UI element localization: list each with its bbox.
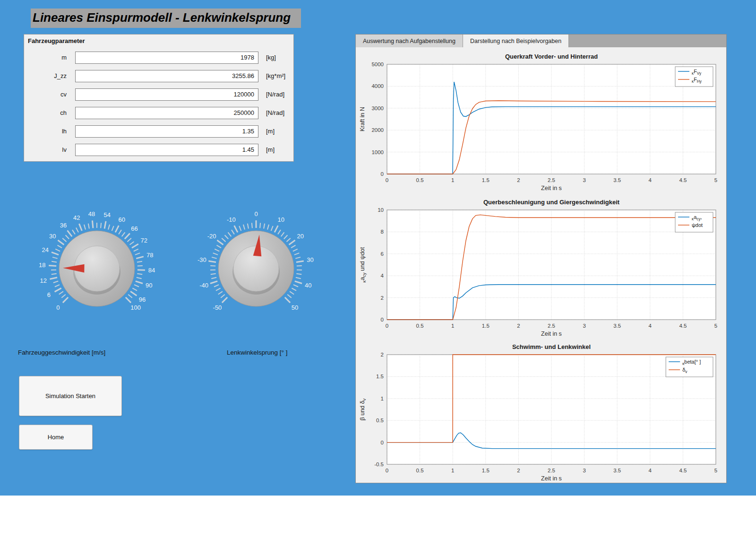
x-axis-label: Zeit in s <box>541 185 562 191</box>
param-label-lh: lh <box>24 128 75 135</box>
svg-text:54: 54 <box>104 211 111 218</box>
app-window: Lineares Einspurmodell - Lenkwinkelsprun… <box>0 0 756 557</box>
svg-text:3.5: 3.5 <box>613 323 621 329</box>
svg-text:2: 2 <box>381 352 384 357</box>
svg-text:0: 0 <box>56 304 60 311</box>
svg-text:60: 60 <box>118 216 125 223</box>
svg-text:0.5: 0.5 <box>416 177 424 183</box>
svg-text:2: 2 <box>517 468 520 473</box>
chart-slip-steer-angle: 00.511.522.533.544.55-0.500.511.52Schwim… <box>358 341 725 483</box>
tab-auswertung[interactable]: Auswertung nach Aufgabenstellung <box>356 35 463 47</box>
svg-text:-20: -20 <box>207 233 216 240</box>
charts-panel: 00.511.522.533.544.550100020003000400050… <box>355 47 727 483</box>
svg-text:2000: 2000 <box>371 127 384 133</box>
svg-text:66: 66 <box>131 225 137 232</box>
param-input-cv[interactable] <box>75 88 258 101</box>
param-unit-lv: [m] <box>258 146 275 153</box>
svg-text:3: 3 <box>583 323 585 329</box>
chart-legend: κacy,ψdot <box>675 212 713 232</box>
svg-text:5: 5 <box>714 468 717 473</box>
svg-text:4.5: 4.5 <box>679 323 687 329</box>
svg-text:0: 0 <box>254 210 258 218</box>
home-button[interactable]: Home <box>19 425 93 450</box>
param-input-lh[interactable] <box>75 125 258 138</box>
svg-text:ψdot: ψdot <box>692 222 703 228</box>
param-row-lv: lv [m] <box>24 140 293 159</box>
chart-title: Schwimm- und Lenkwinkel <box>512 343 591 350</box>
svg-text:4.5: 4.5 <box>679 468 687 473</box>
svg-text:-30: -30 <box>198 256 206 263</box>
svg-text:10: 10 <box>277 216 284 223</box>
svg-text:3000: 3000 <box>371 105 384 111</box>
param-row-ch: ch [N/rad] <box>24 104 293 122</box>
param-input-m[interactable] <box>75 52 258 64</box>
svg-text:0: 0 <box>386 177 388 183</box>
svg-text:72: 72 <box>141 237 147 244</box>
param-unit-m: [kg] <box>258 54 276 61</box>
y-axis-label: β und δv <box>359 398 367 420</box>
svg-text:96: 96 <box>139 296 146 303</box>
tab-darstellung[interactable]: Darstellung nach Beispielvorgaben <box>463 35 569 47</box>
svg-text:0.5: 0.5 <box>416 323 424 329</box>
svg-text:4: 4 <box>649 323 652 329</box>
svg-text:4: 4 <box>649 177 652 183</box>
svg-text:0: 0 <box>386 323 388 329</box>
svg-text:5: 5 <box>714 177 717 183</box>
param-row-m: m [kg] <box>24 48 293 67</box>
simulation-start-button[interactable]: Simulation Starten <box>19 376 122 416</box>
svg-text:1.5: 1.5 <box>482 323 490 329</box>
svg-text:2: 2 <box>517 323 520 329</box>
chart-title: Querbeschleunigung und Giergeschwindigke… <box>483 199 620 206</box>
svg-text:36: 36 <box>60 222 67 229</box>
svg-text:6: 6 <box>47 291 51 298</box>
param-label-lv: lv <box>24 146 75 153</box>
svg-text:-0.5: -0.5 <box>374 461 384 467</box>
svg-text:2.5: 2.5 <box>548 177 555 183</box>
svg-text:18: 18 <box>39 261 45 269</box>
app-title: Lineares Einspurmodell - Lenkwinkelsprun… <box>31 9 301 28</box>
svg-text:0: 0 <box>381 171 384 177</box>
param-unit-ch: [N/rad] <box>258 109 284 116</box>
vehicle-speed-knob[interactable]: 06121824303642485460667278849096100 <box>26 198 168 339</box>
bottom-strip <box>0 496 756 557</box>
param-label-jzz: J_zz <box>24 72 75 79</box>
svg-text:1.5: 1.5 <box>482 177 490 183</box>
param-label-cv: cv <box>24 91 75 98</box>
svg-text:30: 30 <box>49 233 56 240</box>
svg-text:0: 0 <box>381 440 384 445</box>
svg-text:5: 5 <box>714 323 717 329</box>
steering-step-knob[interactable]: -50-40-30-20-1001020304050 <box>185 198 327 339</box>
param-input-jzz[interactable] <box>75 70 258 82</box>
param-unit-lh: [m] <box>258 128 275 135</box>
svg-text:3: 3 <box>583 177 585 183</box>
param-unit-jzz: [kg*m²] <box>258 72 285 79</box>
svg-text:1.5: 1.5 <box>482 468 490 473</box>
tab-bar: Auswertung nach Aufgabenstellung Darstel… <box>355 34 727 47</box>
svg-text:100: 100 <box>130 304 141 311</box>
svg-text:2: 2 <box>517 177 520 183</box>
svg-text:48: 48 <box>88 210 95 218</box>
svg-text:3.5: 3.5 <box>613 468 621 473</box>
svg-text:12: 12 <box>40 277 47 284</box>
svg-text:0: 0 <box>386 468 388 473</box>
svg-text:-50: -50 <box>213 304 222 311</box>
y-axis-label: κacy und ψdot <box>359 247 367 283</box>
svg-text:40: 40 <box>305 282 311 289</box>
svg-text:5000: 5000 <box>371 61 384 67</box>
param-input-lv[interactable] <box>75 144 258 156</box>
svg-text:84: 84 <box>148 267 155 274</box>
svg-text:4.5: 4.5 <box>679 177 687 183</box>
param-unit-cv: [N/rad] <box>258 91 284 98</box>
svg-text:-40: -40 <box>199 282 208 289</box>
param-input-ch[interactable] <box>75 107 258 119</box>
chart-legend: κFVyκFHy <box>675 67 713 87</box>
svg-text:1: 1 <box>451 177 454 183</box>
svg-text:0.5: 0.5 <box>416 468 424 473</box>
svg-text:0: 0 <box>381 317 384 322</box>
svg-text:4: 4 <box>649 468 652 473</box>
param-row-lh: lh [m] <box>24 122 293 140</box>
vehicle-parameters-panel: Fahrzeugparameter m [kg] J_zz [kg*m²] cv… <box>24 34 294 162</box>
steering-step-knob-label: Lenkwinkelsprung [° ] <box>227 349 287 356</box>
svg-text:90: 90 <box>146 282 152 289</box>
svg-text:0.5: 0.5 <box>376 418 384 423</box>
